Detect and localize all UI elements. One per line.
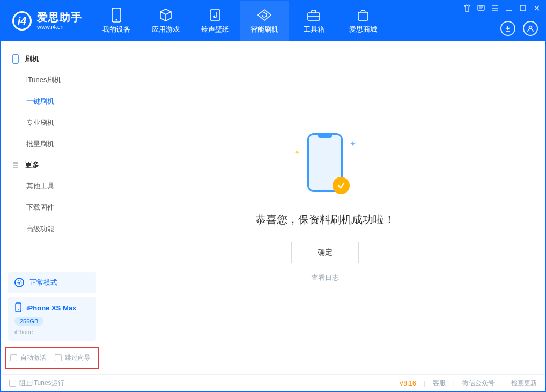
success-illustration: ✦ ✦ <box>298 133 352 197</box>
footer: 阻止iTunes运行 V8.16 | 客服 | 微信公众号 | 检查更新 <box>1 374 545 391</box>
group-label: 刷机 <box>25 54 39 64</box>
tab-my-device[interactable]: 我的设备 <box>92 1 141 41</box>
sidebar-item-itunes-flash[interactable]: iTunes刷机 <box>1 69 104 91</box>
device-info-box[interactable]: iPhone XS Max 256GB iPhone <box>8 297 96 341</box>
sparkle-icon: ✦ <box>350 139 355 145</box>
sidebar-item-other-tools[interactable]: 其他工具 <box>1 175 104 197</box>
sidebar-item-batch-flash[interactable]: 批量刷机 <box>1 134 104 155</box>
check-update-link[interactable]: 检查更新 <box>511 379 537 388</box>
tab-label: 铃声壁纸 <box>201 25 229 34</box>
device-type: iPhone <box>14 329 90 335</box>
svg-rect-5 <box>358 12 368 20</box>
tab-label: 我的设备 <box>102 25 130 34</box>
tab-label: 爱思商城 <box>349 25 377 34</box>
svg-point-25 <box>18 309 19 310</box>
feedback-icon[interactable] <box>477 4 485 12</box>
header: i4 爱思助手 www.i4.cn 我的设备 应用游戏 铃声壁纸 智能刷机 <box>1 1 545 41</box>
sparkle-icon: ✦ <box>294 148 299 153</box>
svg-rect-13 <box>520 5 526 11</box>
tab-label: 智能刷机 <box>250 25 278 34</box>
svg-rect-6 <box>478 5 484 10</box>
checkbox-icon <box>55 354 62 361</box>
device-mode-box[interactable]: 正常模式 <box>8 272 96 293</box>
body: 刷机 iTunes刷机 一键刷机 专业刷机 批量刷机 更多 其他工具 下载固件 … <box>1 41 545 374</box>
svg-point-1 <box>116 19 117 21</box>
tab-smart-flash[interactable]: 智能刷机 <box>240 1 289 41</box>
tab-label: 应用游戏 <box>152 25 180 34</box>
separator: | <box>424 380 425 387</box>
checkbox-skip-wizard[interactable]: 跳过向导 <box>55 353 91 363</box>
device-icon <box>109 8 124 23</box>
music-icon <box>208 8 223 23</box>
separator: | <box>502 380 504 387</box>
checkbox-icon <box>10 354 17 361</box>
separator: | <box>453 380 455 387</box>
checkmark-badge-icon <box>333 177 350 194</box>
cube-icon <box>158 8 173 23</box>
view-log-link[interactable]: 查看日志 <box>311 273 339 283</box>
svg-rect-2 <box>210 10 220 20</box>
window-controls <box>463 4 541 12</box>
sidebar-item-download-firmware[interactable]: 下载固件 <box>1 197 104 218</box>
mode-icon <box>14 278 24 287</box>
footer-right: V8.16 | 客服 | 微信公众号 | 检查更新 <box>399 379 537 388</box>
wechat-link[interactable]: 微信公众号 <box>462 379 495 388</box>
download-button[interactable] <box>500 21 515 36</box>
tab-toolbox[interactable]: 工具箱 <box>289 1 338 41</box>
tab-apps-games[interactable]: 应用游戏 <box>141 1 190 41</box>
tab-store[interactable]: 爱思商城 <box>338 1 388 41</box>
sidebar-item-oneclick-flash[interactable]: 一键刷机 <box>1 91 104 112</box>
main-content: ✦ ✦ 恭喜您，保资料刷机成功啦！ 确定 查看日志 <box>104 41 545 374</box>
checkbox-icon <box>9 380 16 387</box>
header-actions <box>500 21 538 36</box>
checkbox-auto-activate[interactable]: 自动激活 <box>10 353 46 363</box>
sidebar: 刷机 iTunes刷机 一键刷机 专业刷机 批量刷机 更多 其他工具 下载固件 … <box>1 41 104 374</box>
shirt-icon[interactable] <box>463 4 471 12</box>
bag-icon <box>356 8 371 23</box>
tab-label: 工具箱 <box>304 25 324 34</box>
header-tabs: 我的设备 应用游戏 铃声壁纸 智能刷机 工具箱 爱思商城 <box>92 1 388 41</box>
sidebar-item-advanced[interactable]: 高级功能 <box>1 218 104 240</box>
minimize-button[interactable] <box>505 4 513 12</box>
device-name: iPhone XS Max <box>26 304 76 312</box>
close-button[interactable] <box>533 4 541 12</box>
refresh-icon <box>257 8 272 23</box>
maximize-button[interactable] <box>519 4 527 12</box>
svg-point-22 <box>18 282 20 284</box>
device-name-row: iPhone XS Max <box>14 302 90 314</box>
svg-rect-18 <box>13 55 18 63</box>
app-url: www.i4.cn <box>37 24 82 30</box>
highlighted-checkbox-row: 自动激活 跳过向导 <box>5 347 99 369</box>
tab-ringtones-wallpapers[interactable]: 铃声壁纸 <box>190 1 240 41</box>
user-button[interactable] <box>523 21 538 36</box>
support-link[interactable]: 客服 <box>433 379 446 388</box>
version-label: V8.16 <box>399 380 416 387</box>
phone-icon <box>14 302 22 314</box>
ok-button[interactable]: 确定 <box>291 242 359 263</box>
logo-area: i4 爱思助手 www.i4.cn <box>1 1 92 41</box>
checkbox-block-itunes[interactable]: 阻止iTunes运行 <box>9 379 64 388</box>
sidebar-group-more: 更多 <box>1 155 104 175</box>
logo-text: 爱思助手 www.i4.cn <box>37 12 82 30</box>
checkbox-label: 自动激活 <box>20 353 46 363</box>
phone-icon <box>11 55 20 63</box>
menu-icon[interactable] <box>491 4 499 12</box>
app-title: 爱思助手 <box>37 12 82 23</box>
sidebar-item-pro-flash[interactable]: 专业刷机 <box>1 112 104 134</box>
mode-label: 正常模式 <box>29 278 57 287</box>
success-message: 恭喜您，保资料刷机成功啦！ <box>255 212 395 227</box>
sidebar-group-flash: 刷机 <box>1 49 104 69</box>
storage-badge: 256GB <box>14 317 43 326</box>
list-icon <box>11 161 20 169</box>
toolbox-icon <box>306 8 321 23</box>
group-label: 更多 <box>25 160 39 170</box>
svg-point-17 <box>529 26 532 29</box>
checkbox-label: 阻止iTunes运行 <box>19 379 64 388</box>
logo-icon: i4 <box>12 11 32 31</box>
app-window: i4 爱思助手 www.i4.cn 我的设备 应用游戏 铃声壁纸 智能刷机 <box>0 0 546 392</box>
svg-rect-3 <box>308 13 320 20</box>
checkbox-label: 跳过向导 <box>65 353 91 363</box>
